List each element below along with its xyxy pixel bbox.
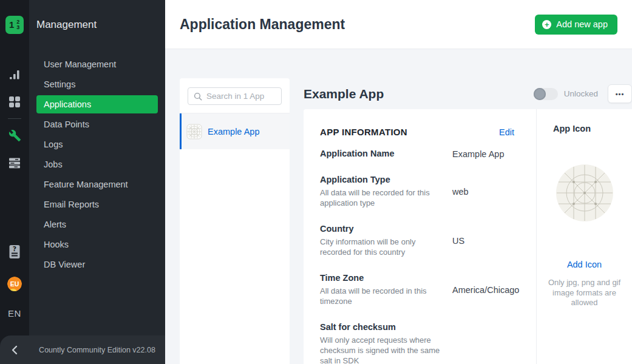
field-value: Example App	[452, 149, 504, 159]
sidebar-item-email-reports[interactable]: Email Reports	[36, 195, 158, 214]
info-field-row: Application Type All data will be record…	[320, 175, 514, 208]
countly-logo[interactable]: 1 2 3	[5, 16, 24, 34]
sidebar-title: Management	[36, 19, 165, 31]
app-detail: Example App Unlocked ••• APP INFORMATION…	[304, 78, 632, 364]
info-field-row: Salt for checksum Will only accept reque…	[320, 322, 514, 364]
lock-toggle[interactable]	[534, 88, 558, 100]
more-options-button[interactable]: •••	[608, 84, 632, 103]
sidebar-item-feature-management[interactable]: Feature Management	[36, 175, 158, 194]
app-grid-placeholder-icon	[186, 124, 202, 140]
app-info-card: APP INFORMATION Edit Application Name Ex…	[304, 109, 632, 364]
sidebar-item-data-points[interactable]: Data Points	[36, 115, 158, 133]
version-label: Countly Community Edition v22.08	[29, 346, 165, 354]
app-icon-panel: App Icon Add	[537, 109, 632, 364]
app-title: Example App	[304, 87, 384, 101]
info-field-row: Time Zone All data will be recorded in t…	[320, 273, 514, 306]
grid-icon[interactable]	[8, 95, 21, 109]
field-description: City information will be only recorded f…	[320, 237, 440, 257]
app-item-name: Example App	[208, 127, 259, 136]
plus-icon: +	[542, 20, 551, 29]
collapse-sidebar-button[interactable]	[0, 345, 29, 355]
section-title: APP INFORMATION	[320, 127, 407, 137]
field-label: Application Name	[320, 149, 440, 158]
main-area: Application Management + Add new app Exa…	[165, 0, 632, 364]
wrench-icon[interactable]	[8, 129, 21, 142]
page-header: Application Management + Add new app	[165, 0, 632, 49]
search-icon	[194, 92, 202, 101]
field-description: All data will be recorded in this timezo…	[320, 286, 440, 306]
bar-chart-icon[interactable]	[8, 68, 21, 81]
icon-format-hint: Only jpg, png and gif image formats are …	[547, 278, 622, 308]
app-icon-title: App Icon	[537, 124, 632, 133]
language-selector[interactable]: EN	[8, 308, 21, 318]
avatar-initials: EU	[7, 277, 22, 291]
add-new-app-button[interactable]: + Add new app	[535, 15, 617, 35]
info-field-row: Country City information will be only re…	[320, 224, 514, 257]
app-list-item[interactable]: Example App	[180, 113, 290, 149]
sidebar-menu: User ManagementSettingsApplicationsData …	[29, 55, 165, 274]
sidebar-item-jobs[interactable]: Jobs	[36, 155, 158, 174]
icon-sidebar: 1 2 3 ? EU EN	[0, 0, 29, 364]
server-stack-icon[interactable]	[8, 156, 21, 169]
field-value: US	[452, 224, 464, 257]
content-area: Example App Example App Unlocked ••• APP…	[165, 49, 632, 364]
toggle-knob	[534, 88, 546, 100]
edit-link[interactable]: Edit	[499, 127, 514, 137]
field-description: All data will be recorded for this appli…	[320, 187, 440, 208]
add-icon-link[interactable]: Add Icon	[537, 260, 632, 269]
field-label: Salt for checksum	[320, 322, 440, 332]
add-new-app-label: Add new app	[556, 19, 608, 29]
field-list: Application Name Example App Application…	[320, 149, 514, 364]
sidebar-item-hooks[interactable]: Hooks	[36, 235, 158, 254]
field-value: America/Chicago	[452, 273, 519, 306]
app-search	[180, 78, 290, 113]
field-value: web	[452, 175, 469, 208]
info-field-row: Application Name Example App	[320, 149, 514, 159]
sidebar-item-db-viewer[interactable]: DB Viewer	[36, 255, 158, 274]
app-detail-header: Example App Unlocked •••	[304, 78, 632, 109]
sidebar-item-settings[interactable]: Settings	[36, 75, 158, 93]
app-icon-placeholder	[556, 164, 614, 222]
field-label: Country	[320, 224, 440, 234]
lock-state-label: Unlocked	[564, 89, 598, 98]
sidebar-item-applications[interactable]: Applications	[36, 95, 158, 113]
page-title: Application Management	[180, 16, 345, 33]
sidebar-item-user-management[interactable]: User Management	[36, 55, 158, 73]
logo-digit-3: 3	[16, 25, 19, 30]
report-help-icon[interactable]: ?	[8, 245, 21, 258]
app-list: Example App	[180, 113, 290, 149]
sidebar-footer: Countly Community Edition v22.08	[0, 335, 165, 364]
app-list-panel: Example App	[180, 78, 290, 364]
field-label: Application Type	[320, 175, 440, 184]
sidebar-divider	[8, 118, 21, 119]
management-sidebar: Management User ManagementSettingsApplic…	[29, 0, 165, 364]
user-avatar[interactable]: EU	[7, 277, 22, 291]
svg-text:?: ?	[13, 245, 16, 253]
sidebar-item-alerts[interactable]: Alerts	[36, 215, 158, 234]
app-info-section: APP INFORMATION Edit Application Name Ex…	[304, 109, 536, 364]
field-description: Will only accept requests where checksum…	[320, 335, 440, 364]
sidebar-item-logs[interactable]: Logs	[36, 135, 158, 153]
field-label: Time Zone	[320, 273, 440, 283]
logo-digit-1: 1	[9, 16, 14, 34]
